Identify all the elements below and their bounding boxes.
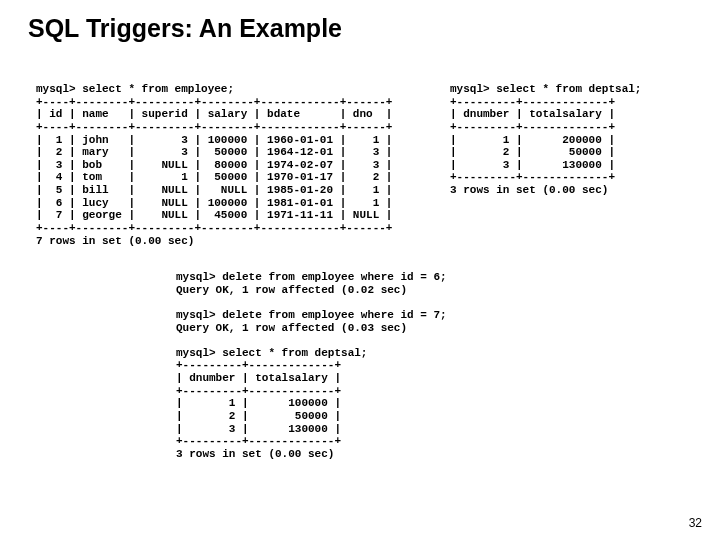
terminal-employee-table: mysql> select * from employee; +----+---… xyxy=(36,83,392,247)
page-number: 32 xyxy=(689,516,702,530)
slide-title: SQL Triggers: An Example xyxy=(0,0,720,43)
terminal-deptsal-table: mysql> select * from deptsal; +---------… xyxy=(450,83,641,197)
slide-content: mysql> select * from employee; +----+---… xyxy=(0,43,720,533)
terminal-delete-operations: mysql> delete from employee where id = 6… xyxy=(176,271,447,461)
